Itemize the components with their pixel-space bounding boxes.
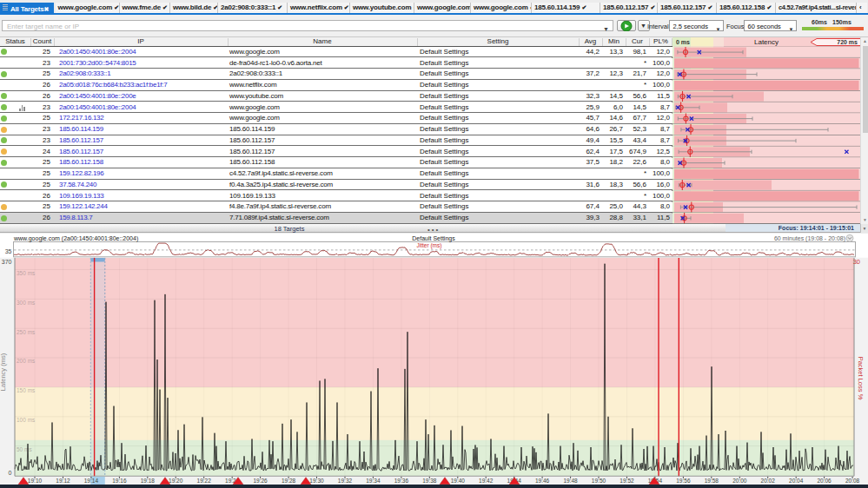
svg-text:19:50: 19:50 xyxy=(592,478,606,484)
svg-text:19:46: 19:46 xyxy=(535,478,550,484)
svg-text:30: 30 xyxy=(853,257,860,265)
svg-text:Packet Loss %: Packet Loss % xyxy=(857,356,865,399)
svg-text:19:20: 19:20 xyxy=(169,478,183,484)
svg-text:Latency: Latency xyxy=(754,38,779,46)
svg-text:19:32: 19:32 xyxy=(338,478,353,484)
svg-text:19:36: 19:36 xyxy=(394,478,409,484)
svg-text:19:10: 19:10 xyxy=(28,478,43,484)
svg-text:19:58: 19:58 xyxy=(705,478,719,484)
svg-text:20:06: 20:06 xyxy=(817,478,832,484)
svg-text:19:26: 19:26 xyxy=(253,478,268,484)
svg-text:20:08: 20:08 xyxy=(845,478,860,484)
svg-text:50 ms: 50 ms xyxy=(17,445,32,452)
svg-text:200 ms: 200 ms xyxy=(17,358,36,364)
svg-text:100 ms: 100 ms xyxy=(17,417,36,423)
svg-text:250 ms: 250 ms xyxy=(17,328,36,334)
svg-text:35: 35 xyxy=(5,248,12,254)
svg-text:20:02: 20:02 xyxy=(761,478,776,484)
svg-text:19:22: 19:22 xyxy=(197,478,212,484)
svg-text:Default Settings: Default Settings xyxy=(412,234,455,241)
svg-text:19:42: 19:42 xyxy=(479,478,494,484)
svg-text:19:14: 19:14 xyxy=(84,478,99,484)
svg-text:19:34: 19:34 xyxy=(366,478,381,484)
svg-text:19:52: 19:52 xyxy=(620,478,634,484)
svg-text:www.google.com (2a00:1450:4001: www.google.com (2a00:1450:4001:80e::2004… xyxy=(13,234,138,241)
svg-text:20:00: 20:00 xyxy=(732,478,747,484)
svg-text:720 ms: 720 ms xyxy=(837,39,858,45)
svg-text:19:40: 19:40 xyxy=(451,478,466,484)
svg-text:19:18: 19:18 xyxy=(141,478,156,484)
svg-text:20:04: 20:04 xyxy=(789,478,804,484)
svg-text:0 ms: 0 ms xyxy=(676,39,690,45)
svg-text:Latency (ms): Latency (ms) xyxy=(0,353,7,391)
svg-text:19:12: 19:12 xyxy=(56,478,70,484)
svg-text:60 minutes (19:08 - 20:08): 60 minutes (19:08 - 20:08) xyxy=(774,235,845,242)
svg-text:19:30: 19:30 xyxy=(309,478,324,484)
svg-text:150 ms: 150 ms xyxy=(17,387,36,393)
svg-text:300 ms: 300 ms xyxy=(17,299,36,305)
svg-text:19:38: 19:38 xyxy=(422,478,437,484)
svg-text:19:16: 19:16 xyxy=(112,478,127,484)
svg-text:19:56: 19:56 xyxy=(676,478,691,484)
svg-text:Jitter (ms): Jitter (ms) xyxy=(417,242,442,249)
svg-text:0: 0 xyxy=(9,470,12,476)
svg-text:19:28: 19:28 xyxy=(282,478,296,484)
svg-text:370: 370 xyxy=(2,258,12,264)
svg-text:19:48: 19:48 xyxy=(563,478,578,484)
svg-text:350 ms: 350 ms xyxy=(17,269,36,275)
